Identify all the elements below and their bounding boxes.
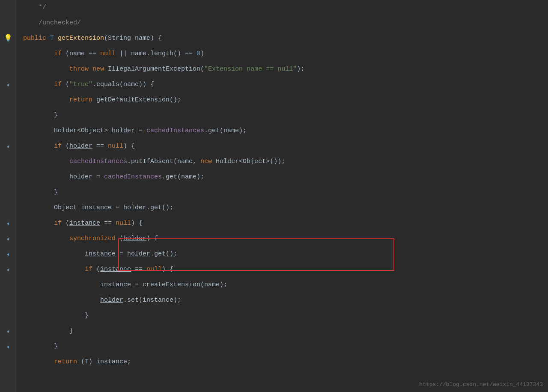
var-instance5: instance (100, 280, 131, 290)
kw-return: return (69, 95, 96, 105)
indent (23, 234, 69, 244)
indent (23, 172, 69, 182)
indent (23, 126, 54, 136)
indent (23, 65, 69, 74)
gutter-item-diamond-6: ⬧ (0, 262, 16, 277)
code-line-if-name-null: if (name == null || name.length() == 0) (23, 46, 548, 62)
gutter-item-diamond-4: ⬧ (0, 231, 16, 246)
var-holder: holder (112, 126, 135, 136)
code-line-holder-set: holder.set(instance); (23, 293, 548, 308)
code-line-brace-3: } (23, 308, 548, 324)
var-holder2: holder (69, 142, 92, 151)
gutter-item-4 (0, 46, 16, 62)
gutter-item-13 (0, 185, 16, 200)
gutter-item-20 (0, 293, 16, 308)
eq-null: == (92, 142, 108, 151)
get-call2: .get(); (150, 249, 177, 259)
code-line-holder-reassign: holder = cachedInstances.get(name); (23, 169, 548, 185)
code-line-synchronized: synchronized (holder) { (23, 231, 548, 246)
close: ); (297, 65, 304, 74)
zero: 0 (197, 49, 200, 59)
type-T2: T (85, 357, 89, 367)
code-line-brace-2: } (23, 185, 548, 200)
code-line-brace-4: } (23, 324, 548, 339)
indent (23, 142, 54, 151)
param-name: name) { (135, 34, 162, 44)
indent (23, 296, 100, 306)
gutter-item-bulb: 💡 (0, 31, 16, 46)
type-T: T (50, 34, 58, 44)
breakpoint-icon-6: ⬧ (6, 265, 10, 274)
close3: ) { (146, 234, 158, 244)
cached-instances2: cachedInstances (69, 157, 127, 167)
gutter-item-diamond-8: ⬧ (0, 339, 16, 354)
code-line-return: return (T) instance; (23, 354, 548, 370)
code-text: */ (23, 3, 46, 13)
var-instance6: instance (96, 357, 127, 367)
code-container: 💡 ⬧ ⬧ ⬧ ⬧ ⬧ ⬧ ⬧ (0, 0, 548, 392)
paren: (name == (66, 49, 100, 59)
str-exception-msg: "Extension name == null" (204, 65, 297, 74)
gutter-item-2 (0, 15, 16, 31)
close: ) { (123, 142, 135, 151)
kw-new2: new (200, 157, 216, 167)
kw-if4: if (54, 219, 66, 229)
code-line-method: public T getExtension(String name) { (23, 31, 548, 46)
var-holder3: holder (69, 172, 92, 182)
type-object: Object (54, 203, 81, 213)
brace: } (23, 111, 58, 121)
code-line-if-instance-null2: if (instance == null) { (23, 262, 548, 277)
paren: ( (66, 219, 69, 229)
gutter-item-11 (0, 154, 16, 169)
paren: ( (119, 234, 123, 244)
kw-if5: if (85, 265, 96, 275)
bulb-icon: 💡 (4, 33, 12, 44)
close: ) (200, 49, 204, 59)
eq-null2: == (100, 219, 116, 229)
indent (23, 265, 85, 275)
get-call: .get(); (146, 203, 173, 213)
brace5: } (23, 342, 58, 352)
var-instance: instance (81, 203, 112, 213)
create-ext: createExtension(name); (143, 280, 227, 290)
keyword-public: public (23, 34, 50, 44)
var-holder5: holder (123, 234, 146, 244)
code-line-unchecked: /unchecked/ (23, 15, 548, 31)
code-line-if-instance-null: if (instance == null) { (23, 216, 548, 231)
type-exception: IllegalArgumentException( (108, 65, 204, 74)
eq5: = (131, 280, 143, 290)
code-line-instance-get: instance = holder.get(); (23, 246, 548, 262)
type-String: String (108, 34, 135, 44)
code-line-if-holder-null: if (holder == null) { (23, 139, 548, 154)
code-line-if-true: if ("true".equals(name)) { (23, 77, 548, 92)
code-line-throw: throw new IllegalArgumentException("Exte… (23, 62, 548, 77)
kw-null2: null (108, 142, 123, 151)
code-line-instance-create: instance = createExtension(name); (23, 277, 548, 293)
gutter-item-9 (0, 123, 16, 139)
gutter-item-19 (0, 277, 16, 293)
indent (23, 249, 85, 259)
brace3: } (23, 311, 89, 321)
kw-null: null (100, 49, 119, 59)
gutter: 💡 ⬧ ⬧ ⬧ ⬧ ⬧ ⬧ ⬧ (0, 0, 16, 392)
gutter-item-14 (0, 200, 16, 216)
code-editor: */ /unchecked/ public T getExtension(Str… (16, 0, 548, 392)
eq: = (135, 126, 146, 136)
fn-getExtension: getExtension (58, 34, 104, 44)
indent (23, 80, 54, 90)
gutter-item-diamond-1: ⬧ (0, 77, 16, 92)
get-name: .get(name); (162, 172, 204, 182)
breakpoint-icon-5: ⬧ (6, 250, 10, 259)
semi: ; (127, 357, 131, 367)
var-holder7: holder (100, 296, 123, 306)
close2: ) { (131, 219, 143, 229)
cached-instances: cachedInstances (146, 126, 204, 136)
breakpoint-icon-3: ⬧ (6, 219, 10, 228)
kw-null4: null (146, 265, 162, 275)
equals: .equals(name)) { (92, 80, 154, 90)
str-true: "true" (69, 80, 92, 90)
type-holder: Holder<Object> (54, 126, 112, 136)
indent (23, 157, 69, 167)
code-line-object-instance: Object instance = holder.get(); (23, 200, 548, 216)
set-call: .set(instance); (123, 296, 181, 306)
